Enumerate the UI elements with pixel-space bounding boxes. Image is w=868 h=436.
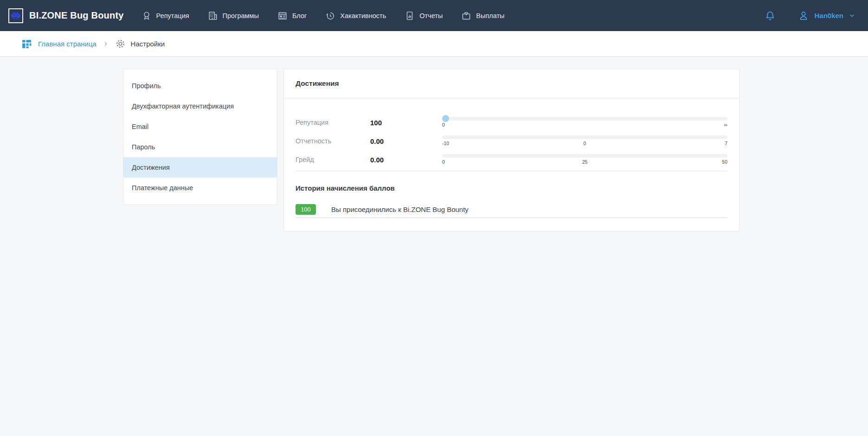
scale-max-label: 7 xyxy=(725,141,727,147)
nav-item-reports[interactable]: Отчеты xyxy=(405,11,443,21)
slider-scale: 0 25 50 xyxy=(442,159,727,165)
scale-max-label: ∞ xyxy=(724,122,728,128)
reporting-slider: -10 0 7 xyxy=(442,135,727,147)
metric-label: Репутация xyxy=(296,119,370,126)
nav-right: Han0ken xyxy=(764,10,856,22)
history-icon xyxy=(325,11,335,21)
nav-item-payouts[interactable]: Выплаты xyxy=(461,11,504,21)
breadcrumb-home-label: Главная страница xyxy=(38,40,96,48)
achievements-panel: Достижения Репутация 100 0 ∞ Отчетность … xyxy=(283,69,739,231)
slider-track[interactable] xyxy=(442,117,727,121)
metrics-section: Репутация 100 0 ∞ Отчетность 0.00 -10 xyxy=(296,98,727,171)
scale-mid-label: 25 xyxy=(582,159,588,165)
points-badge: 100 xyxy=(296,204,316,215)
nav-menu: Репутация Программы xyxy=(141,11,505,21)
sidebar-item-payment-data[interactable]: Платежные данные xyxy=(123,178,277,198)
slider-scale: -10 0 7 xyxy=(442,141,727,147)
slider-track[interactable] xyxy=(442,135,727,139)
scale-min-label: -10 xyxy=(442,141,449,147)
nav-item-label: Выплаты xyxy=(476,12,504,19)
points-history-section: История начисления баллов 100 Вы присоед… xyxy=(284,184,739,218)
scale-min-label: 0 xyxy=(442,122,445,128)
logo-text: BI.ZONE Bug Bounty xyxy=(29,10,124,21)
points-history-title: История начисления баллов xyxy=(296,184,727,192)
nav-item-label: Программы xyxy=(223,12,259,19)
metric-label: Грейд xyxy=(296,156,370,163)
nav-item-programs[interactable]: Программы xyxy=(208,11,259,21)
panel-title: Достижения xyxy=(284,69,739,98)
breadcrumb-current: Настройки xyxy=(115,38,165,49)
user-icon xyxy=(797,10,810,22)
metric-label: Отчетность xyxy=(296,137,370,145)
user-menu[interactable]: Han0ken xyxy=(797,10,856,22)
history-row: 100 Вы присоединились к Bi.ZONE Bug Boun… xyxy=(296,204,727,218)
logo[interactable]: BI.ZONE Bug Bounty xyxy=(8,8,124,23)
briefcase-icon xyxy=(461,11,471,21)
history-row-text: Вы присоединились к Bi.ZONE Bug Bounty xyxy=(331,205,469,213)
metric-value: 0.00 xyxy=(370,137,442,145)
notifications-button[interactable] xyxy=(764,10,776,22)
sidebar-item-email[interactable]: Email xyxy=(123,116,277,137)
sidebar-item-achievements[interactable]: Достижения xyxy=(123,157,277,178)
nav-item-hackactivity[interactable]: Хакактивность xyxy=(325,11,386,21)
sidebar-item-2fa[interactable]: Двухфакторная аутентификация xyxy=(123,96,277,116)
chevron-down-icon xyxy=(848,12,856,19)
scale-min-label: 0 xyxy=(442,159,445,165)
metric-value: 0.00 xyxy=(370,156,442,164)
reputation-slider: 0 ∞ xyxy=(442,117,727,128)
metric-row-reporting: Отчетность 0.00 -10 0 7 xyxy=(296,135,727,147)
newspaper-icon xyxy=(277,11,288,21)
scale-max-label: 50 xyxy=(722,159,727,165)
dashboard-icon xyxy=(21,38,32,50)
logo-bug-icon xyxy=(8,8,23,23)
top-nav: BI.ZONE Bug Bounty Репутация xyxy=(0,0,868,31)
breadcrumb-current-label: Настройки xyxy=(131,40,165,48)
settings-sidebar: Профиль Двухфакторная аутентификация Ema… xyxy=(123,69,277,205)
nav-item-label: Блог xyxy=(292,12,307,19)
metric-row-grade: Грейд 0.00 0 25 50 xyxy=(296,154,727,165)
nav-item-reputation[interactable]: Репутация xyxy=(141,11,189,21)
sidebar-item-profile[interactable]: Профиль xyxy=(123,76,277,96)
breadcrumb-home-link[interactable]: Главная страница xyxy=(21,38,96,50)
nav-item-label: Хакактивность xyxy=(340,12,386,19)
breadcrumb: Главная страница › Настройки xyxy=(0,31,868,57)
nav-item-label: Отчеты xyxy=(419,12,443,19)
breadcrumb-separator-icon: › xyxy=(103,39,108,48)
report-icon xyxy=(405,11,415,21)
metric-row-reputation: Репутация 100 0 ∞ xyxy=(296,117,727,128)
slider-scale: 0 ∞ xyxy=(442,122,727,128)
bell-icon xyxy=(764,10,776,22)
nav-item-label: Репутация xyxy=(156,12,189,19)
nav-item-blog[interactable]: Блог xyxy=(277,11,307,21)
sidebar-item-password[interactable]: Пароль xyxy=(123,137,277,157)
grade-slider: 0 25 50 xyxy=(442,154,727,165)
user-name: Han0ken xyxy=(814,12,843,19)
award-icon xyxy=(141,11,152,21)
slider-track[interactable] xyxy=(442,154,727,158)
building-icon xyxy=(208,11,218,21)
scale-mid-label: 0 xyxy=(584,141,586,146)
gear-icon xyxy=(115,38,126,49)
metric-value: 100 xyxy=(370,119,442,127)
slider-handle[interactable] xyxy=(442,115,449,122)
